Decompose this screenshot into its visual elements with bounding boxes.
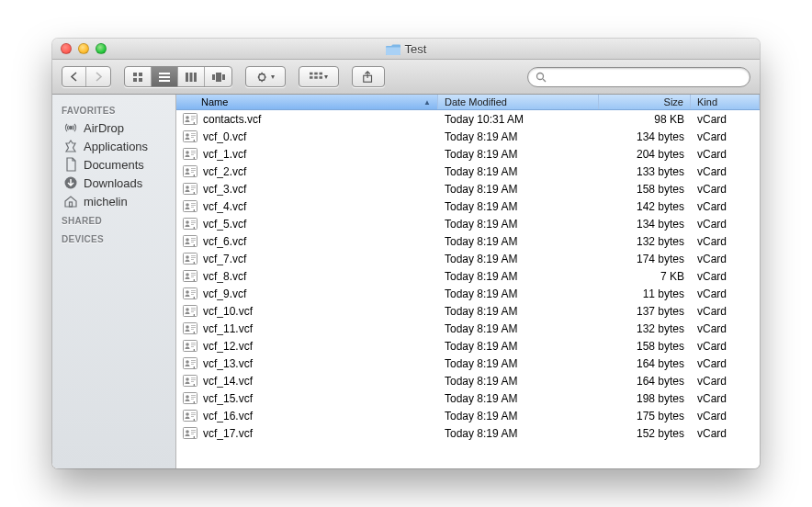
cell-size: 142 bytes	[599, 200, 691, 213]
column-date[interactable]: Date Modified	[438, 95, 599, 109]
window-title-text: Test	[405, 42, 427, 56]
cell-kind: vCard	[691, 218, 760, 231]
column-name[interactable]: Name▲	[176, 95, 438, 109]
file-rows[interactable]: contacts.vcfToday 10:31 AM98 KBvCardvcf_…	[176, 110, 760, 468]
cell-name: vcf_3.vcf	[176, 182, 438, 196]
sidebar-heading[interactable]: FAVORITES	[52, 100, 175, 118]
cell-date: Today 8:19 AM	[438, 410, 599, 422]
icon-view-button[interactable]	[125, 67, 152, 86]
sidebar: FAVORITESAirDropApplicationsDocumentsDow…	[52, 95, 176, 468]
svg-point-106	[186, 395, 189, 399]
file-row[interactable]: contacts.vcfToday 10:31 AM98 KBvCard	[176, 110, 760, 128]
nav-buttons	[62, 66, 111, 87]
cell-name: vcf_16.vcf	[176, 409, 438, 422]
file-row[interactable]: vcf_14.vcfToday 8:19 AM164 bytesvCard	[176, 372, 760, 389]
sidebar-item-documents[interactable]: Documents	[52, 155, 175, 174]
file-row[interactable]: vcf_15.vcfToday 8:19 AM198 bytesvCard	[176, 389, 760, 407]
cell-kind: vCard	[691, 322, 760, 335]
view-buttons	[124, 66, 232, 87]
zoom-button[interactable]	[96, 43, 107, 54]
cell-name: vcf_13.vcf	[176, 356, 438, 370]
sidebar-heading[interactable]: SHARED	[52, 210, 175, 229]
file-row[interactable]: vcf_9.vcfToday 8:19 AM11 bytesvCard	[176, 285, 760, 302]
file-row[interactable]: vcf_2.vcfToday 8:19 AM133 bytesvCard	[176, 163, 760, 180]
svg-rect-72	[191, 273, 196, 274]
svg-rect-84	[191, 311, 194, 312]
file-name: vcf_12.vcf	[203, 340, 253, 353]
file-name: vcf_11.vcf	[203, 322, 253, 335]
svg-rect-58	[191, 222, 196, 223]
file-row[interactable]: vcf_4.vcfToday 8:19 AM142 bytesvCard	[176, 197, 760, 215]
svg-rect-97	[191, 360, 196, 361]
list-view-button[interactable]	[152, 67, 178, 86]
svg-point-81	[186, 308, 189, 311]
cell-kind: vCard	[691, 357, 760, 370]
svg-rect-55	[184, 219, 197, 230]
file-row[interactable]: vcf_3.vcfToday 8:19 AM158 bytesvCard	[176, 180, 760, 197]
svg-point-76	[186, 290, 189, 294]
file-row[interactable]: vcf_11.vcfToday 8:19 AM132 bytesvCard	[176, 320, 760, 337]
file-row[interactable]: vcf_12.vcfToday 8:19 AM158 bytesvCard	[176, 337, 760, 355]
coverflow-view-button[interactable]	[205, 67, 231, 86]
sidebar-item-michelin[interactable]: michelin	[52, 192, 175, 210]
column-size[interactable]: Size	[599, 95, 691, 109]
action-button[interactable]: ▾	[245, 66, 286, 87]
svg-rect-119	[191, 434, 194, 434]
svg-rect-8	[190, 73, 193, 82]
sidebar-heading[interactable]: DEVICES	[52, 229, 175, 247]
svg-rect-4	[159, 73, 170, 74]
svg-rect-117	[191, 430, 196, 431]
arrange-button[interactable]: ▾	[299, 66, 339, 87]
file-row[interactable]: vcf_7.vcfToday 8:19 AM174 bytesvCard	[176, 250, 760, 267]
svg-rect-43	[191, 170, 196, 171]
cell-kind: vCard	[691, 253, 760, 265]
docs-icon	[63, 157, 78, 172]
vcard-icon	[183, 112, 197, 126]
column-view-button[interactable]	[178, 67, 205, 86]
close-button[interactable]	[61, 43, 72, 54]
forward-button[interactable]	[86, 67, 110, 86]
sidebar-item-airdrop[interactable]: AirDrop	[52, 118, 175, 137]
file-row[interactable]: vcf_16.vcfToday 8:19 AM175 bytesvCard	[176, 407, 760, 424]
file-row[interactable]: vcf_0.vcfToday 8:19 AM134 bytesvCard	[176, 128, 760, 145]
back-button[interactable]	[62, 67, 86, 86]
file-row[interactable]: vcf_13.vcfToday 8:19 AM164 bytesvCard	[176, 355, 760, 372]
file-row[interactable]: vcf_5.vcfToday 8:19 AM134 bytesvCard	[176, 215, 760, 232]
titlebar[interactable]: Test	[52, 39, 760, 60]
sidebar-item-applications[interactable]: Applications	[52, 137, 175, 155]
svg-rect-100	[184, 376, 197, 387]
svg-point-71	[186, 273, 189, 276]
vcard-icon	[183, 287, 197, 300]
cell-size: 11 bytes	[599, 287, 691, 300]
sidebar-item-downloads[interactable]: Downloads	[52, 174, 175, 192]
file-row[interactable]: vcf_1.vcfToday 8:19 AM204 bytesvCard	[176, 145, 760, 163]
search-input[interactable]	[551, 71, 742, 84]
svg-point-21	[537, 73, 544, 79]
cell-size: 132 bytes	[599, 322, 691, 335]
sidebar-item-label: AirDrop	[84, 121, 124, 135]
svg-rect-112	[191, 412, 196, 413]
window-body: FAVORITESAirDropApplicationsDocumentsDow…	[52, 95, 760, 468]
cell-name: vcf_10.vcf	[176, 304, 438, 318]
svg-rect-93	[191, 344, 196, 345]
apps-icon	[63, 139, 78, 153]
cell-kind: vCard	[691, 183, 760, 196]
cell-name: vcf_14.vcf	[176, 374, 438, 388]
vcard-icon	[183, 252, 197, 265]
svg-rect-27	[191, 116, 196, 117]
file-row[interactable]: vcf_17.vcfToday 8:19 AM152 bytesvCard	[176, 424, 760, 442]
file-row[interactable]: vcf_8.vcfToday 8:19 AM7 KBvCard	[176, 267, 760, 285]
file-row[interactable]: vcf_10.vcfToday 8:19 AM137 bytesvCard	[176, 302, 760, 320]
vcard-icon	[183, 374, 197, 388]
file-list: Name▲ Date Modified Size Kind contacts.v…	[176, 95, 760, 468]
svg-point-22	[69, 126, 73, 130]
svg-rect-85	[184, 323, 197, 334]
svg-rect-104	[191, 381, 194, 382]
share-button[interactable]	[352, 66, 385, 87]
column-kind[interactable]: Kind	[691, 95, 760, 109]
svg-rect-68	[191, 257, 196, 258]
minimize-button[interactable]	[78, 43, 89, 54]
search-field[interactable]	[527, 67, 750, 87]
file-row[interactable]: vcf_6.vcfToday 8:19 AM132 bytesvCard	[176, 232, 760, 250]
cell-size: 133 bytes	[599, 165, 691, 178]
